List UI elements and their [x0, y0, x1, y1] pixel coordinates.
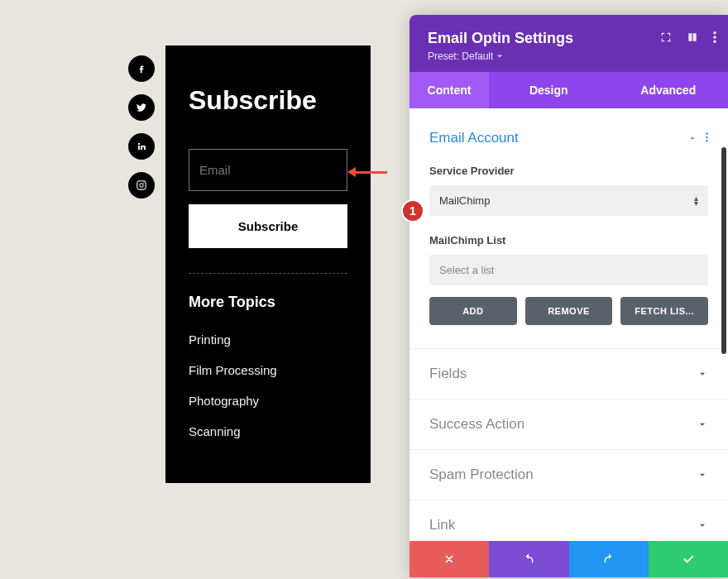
columns-icon[interactable]: [687, 31, 698, 46]
expand-icon[interactable]: [660, 31, 672, 46]
undo-button[interactable]: [489, 541, 568, 577]
service-provider-select[interactable]: MailChimp ▴▾: [429, 185, 708, 216]
topic-link-printing[interactable]: Printing: [189, 333, 347, 347]
linkedin-icon[interactable]: [128, 133, 155, 160]
email-input[interactable]: [189, 149, 347, 191]
step-badge-1: 1: [401, 199, 424, 223]
topic-link-scanning[interactable]: Scanning: [189, 424, 347, 438]
twitter-icon[interactable]: [128, 94, 155, 121]
cancel-button[interactable]: [410, 541, 489, 577]
panel-tabs: Content Design Advanced: [410, 72, 728, 108]
topic-link-photography[interactable]: Photography: [189, 394, 347, 408]
divider: [189, 273, 347, 274]
tab-content[interactable]: Content: [410, 72, 489, 108]
svg-point-4: [706, 136, 707, 138]
facebook-icon[interactable]: [128, 55, 155, 82]
social-icons-column: [128, 55, 155, 199]
section-link[interactable]: Link: [410, 500, 728, 541]
chevron-down-icon: [697, 469, 708, 481]
kebab-menu-icon[interactable]: [713, 31, 716, 46]
section-fields[interactable]: Fields: [410, 348, 728, 399]
section-spam-protection[interactable]: Spam Protection: [410, 449, 728, 500]
svg-point-5: [706, 140, 707, 141]
instagram-icon[interactable]: [128, 172, 155, 199]
section-email-account: Email Account Service Provider MailChimp…: [410, 117, 728, 333]
chevron-down-icon: [697, 368, 708, 380]
panel-preset[interactable]: Preset: Default: [428, 50, 710, 62]
settings-panel: Email Optin Settings Preset: Default Con…: [410, 15, 728, 577]
redo-button[interactable]: [569, 541, 649, 577]
scrollbar[interactable]: [721, 147, 726, 354]
topic-link-film-processing[interactable]: Film Processing: [189, 363, 347, 377]
svg-point-3: [706, 132, 707, 134]
select-caret-icon: ▴▾: [694, 196, 698, 206]
subscribe-card: Subscribe Subscribe More Topics Printing…: [165, 45, 371, 483]
more-topics-title: More Topics: [189, 294, 347, 311]
section-header-email-account[interactable]: Email Account: [429, 130, 708, 146]
confirm-button[interactable]: [649, 541, 728, 577]
fetch-lists-button[interactable]: FETCH LIS...: [620, 297, 708, 325]
panel-header: Email Optin Settings Preset: Default: [410, 15, 728, 72]
remove-button[interactable]: REMOVE: [525, 297, 613, 325]
redo-icon: [602, 553, 615, 566]
tab-advanced[interactable]: Advanced: [609, 72, 729, 108]
tab-design[interactable]: Design: [489, 72, 609, 108]
subscribe-title: Subscribe: [189, 85, 347, 116]
panel-footer: [410, 541, 728, 577]
add-button[interactable]: ADD: [429, 297, 517, 325]
chevron-down-icon: [697, 519, 708, 531]
mailchimp-list-select[interactable]: Select a list: [429, 255, 708, 285]
subscribe-button[interactable]: Subscribe: [189, 204, 347, 248]
chevron-up-icon: [687, 133, 697, 143]
close-icon: [443, 553, 455, 565]
svg-point-1: [713, 36, 716, 39]
section-success-action[interactable]: Success Action: [410, 399, 728, 449]
check-icon: [682, 553, 695, 566]
section-title: Email Account: [429, 130, 519, 146]
chevron-down-icon: [697, 419, 708, 430]
mailchimp-list-label: MailChimp List: [429, 234, 708, 246]
undo-icon: [522, 553, 535, 566]
section-menu-icon[interactable]: [706, 131, 708, 146]
svg-point-2: [713, 41, 716, 44]
service-provider-label: Service Provider: [429, 165, 708, 177]
svg-point-0: [713, 31, 716, 35]
arrow-annotation: [347, 167, 387, 177]
